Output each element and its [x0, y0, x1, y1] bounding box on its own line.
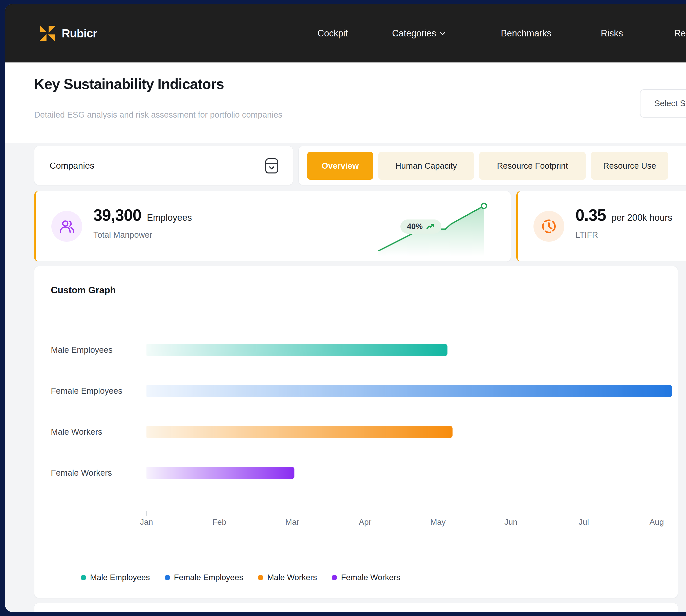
legend-dot	[81, 575, 86, 580]
nav-item-categories[interactable]: Categories	[392, 4, 446, 63]
chart-row: Male Employees	[35, 330, 678, 371]
top-nav-bar: Rubicr Cockpit Categories Benchmarks Ris…	[5, 4, 686, 63]
sector-select[interactable]: Select Sec	[640, 89, 686, 117]
tab-resource-use[interactable]: Resource Use	[591, 152, 668, 180]
chart-row: Female Employees	[35, 371, 678, 412]
x-axis-tick-label: Jan	[135, 518, 157, 527]
divider	[51, 309, 661, 309]
next-panel-partial	[34, 603, 678, 612]
x-axis-labels: Jan Feb Mar Apr May Jun Jul Aug	[135, 518, 668, 527]
bar-track	[147, 385, 657, 397]
bar	[147, 344, 448, 356]
bar-track	[147, 426, 657, 438]
legend-dot	[165, 575, 170, 580]
brand-name: Rubicr	[62, 26, 97, 40]
chart-title: Custom Graph	[51, 285, 116, 295]
axis-tick	[146, 511, 147, 515]
page-title: Key Sustainability Indicators	[34, 75, 224, 92]
users-icon	[51, 211, 82, 242]
legend-label: Male Workers	[267, 573, 317, 582]
kpi-unit: Employees	[147, 213, 192, 223]
page-subtitle: Detailed ESG analysis and risk assessmen…	[34, 110, 282, 119]
bar	[147, 385, 672, 397]
series-label: Female Employees	[35, 386, 147, 396]
trend-badge: 40%	[401, 220, 442, 234]
legend-item: Male Workers	[258, 573, 317, 582]
kpi-value: 39,300	[93, 206, 142, 224]
nav-item-benchmarks[interactable]: Benchmarks	[501, 4, 552, 63]
bar-track	[147, 467, 657, 479]
kpi-text-block: 0.35 per 200k hours LTIFR	[576, 206, 672, 240]
custom-graph-panel: Custom Graph Male Employees Female Emplo…	[34, 266, 678, 598]
trending-up-icon	[426, 223, 435, 230]
chart-row: Male Workers	[35, 412, 678, 453]
bar-rows: Male Employees Female Employees Male Wor…	[35, 330, 678, 493]
x-axis-tick-label: Mar	[281, 518, 303, 527]
x-axis-tick-label: Jul	[573, 518, 595, 527]
kpi-text-block: 39,300 Employees Total Manpower	[93, 206, 192, 240]
category-tabs: Overview Human Capacity Resource Footpri…	[299, 146, 686, 185]
nav-item-cockpit[interactable]: Cockpit	[318, 4, 348, 63]
series-label: Male Employees	[35, 345, 147, 355]
legend-item: Female Workers	[331, 573, 400, 582]
legend-label: Female Employees	[174, 573, 243, 582]
nav-item-reports-partial[interactable]: Rep	[674, 4, 686, 63]
divider	[51, 567, 661, 567]
brand-logo[interactable]: Rubicr	[39, 4, 97, 63]
clock-history-icon	[534, 211, 564, 242]
kpi-label: LTIFR	[576, 230, 672, 240]
bar-track	[147, 344, 657, 356]
kpi-card-ltifr: 0.35 per 200k hours LTIFR	[516, 191, 686, 262]
bar	[147, 426, 452, 438]
chevron-down-icon	[439, 30, 446, 37]
kpi-unit: per 200k hours	[612, 213, 672, 223]
x-axis-tick-label: Aug	[645, 518, 668, 527]
x-axis-tick-label: Jun	[500, 518, 522, 527]
legend-item: Male Employees	[81, 573, 150, 582]
x-axis-tick-label: Feb	[208, 518, 231, 527]
legend-label: Male Employees	[90, 573, 150, 582]
dropdown-panel-icon	[264, 158, 279, 174]
bar	[147, 467, 295, 479]
legend-label: Female Workers	[341, 573, 400, 582]
x-axis-tick-label: Apr	[354, 518, 376, 527]
legend-dot	[258, 575, 263, 580]
kpi-label: Total Manpower	[93, 230, 192, 240]
series-label: Male Workers	[35, 427, 147, 437]
nav-item-risks[interactable]: Risks	[601, 4, 623, 63]
kpi-card-total-manpower: 39,300 Employees Total Manpower 40%	[34, 191, 511, 262]
tab-resource-footprint[interactable]: Resource Footprint	[479, 152, 586, 180]
kpi-value: 0.35	[576, 206, 606, 224]
kpi-sparkline: 40%	[369, 196, 509, 258]
page-header-section: Key Sustainability Indicators Detailed E…	[5, 63, 686, 143]
legend-dot	[331, 575, 337, 580]
chart-row: Female Workers	[35, 453, 678, 493]
app-window: Rubicr Cockpit Categories Benchmarks Ris…	[5, 4, 686, 612]
legend-item: Female Employees	[165, 573, 243, 582]
tab-overview[interactable]: Overview	[307, 152, 373, 180]
rubicr-pinwheel-icon	[39, 24, 57, 43]
companies-dropdown[interactable]: Companies	[34, 146, 293, 185]
tab-human-capacity[interactable]: Human Capacity	[378, 152, 474, 180]
series-label: Female Workers	[35, 468, 147, 478]
chart-legend: Male Employees Female Employees Male Wor…	[81, 573, 400, 582]
companies-label: Companies	[49, 160, 94, 171]
x-axis-tick-label: May	[427, 518, 449, 527]
